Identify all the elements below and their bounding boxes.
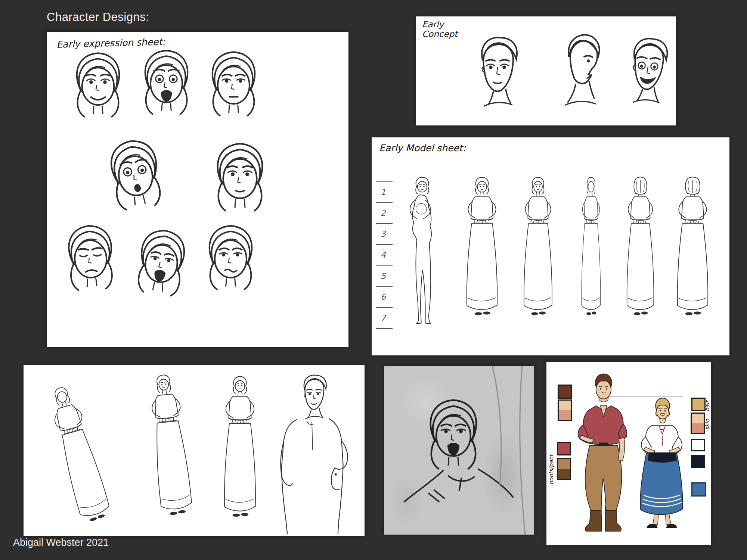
model-sheet-label: Early Model sheet: bbox=[379, 143, 466, 153]
pose-sketch-female-reaching bbox=[18, 374, 144, 548]
ruler-tick bbox=[376, 223, 393, 224]
model-sheet-panel: Early Model sheet: 1 2 3 4 5 6 7 bbox=[372, 137, 729, 355]
ruler-tick bbox=[376, 181, 393, 182]
model-view-profile bbox=[576, 168, 607, 340]
ruler-number-2: 2 bbox=[381, 209, 386, 217]
portfolio-page: Character Designs: Early expression shee… bbox=[0, 0, 747, 560]
expression-sheet-panel: Early expression sheet: bbox=[47, 32, 348, 347]
ruler-tick bbox=[376, 286, 393, 287]
male-head-sketch-laughing bbox=[613, 25, 682, 118]
swatch-female-waist bbox=[691, 455, 705, 468]
swatch-male-boots-pant bbox=[557, 458, 571, 480]
ruler-tick bbox=[376, 244, 393, 245]
face-sketch-excited bbox=[132, 42, 201, 122]
ruler-tick bbox=[376, 307, 393, 308]
artist-signature: Abigail Webster 2021 bbox=[13, 537, 109, 548]
ruler-number-5: 5 bbox=[381, 272, 386, 280]
swatch-female-blouse bbox=[691, 439, 705, 451]
swatch-female-skin-shade bbox=[692, 423, 704, 433]
label-hair: hair bbox=[705, 396, 710, 411]
swatch-male-boot bbox=[558, 469, 570, 479]
swatch-female-skin bbox=[691, 413, 705, 434]
model-view-three-quarter-front bbox=[515, 168, 561, 340]
face-sketch-annoyed bbox=[54, 215, 127, 300]
swatch-male-skin-light bbox=[559, 401, 571, 410]
male-head-sketch-smile bbox=[464, 27, 531, 118]
pose-sheet-panel bbox=[24, 365, 365, 536]
model-view-back bbox=[667, 168, 718, 340]
swatch-male-shirt bbox=[557, 442, 571, 455]
tonal-study-tree-lines bbox=[477, 366, 533, 535]
face-sketch-worried bbox=[199, 44, 268, 124]
label-skin: skin bbox=[705, 415, 710, 430]
ruler-number-6: 6 bbox=[381, 293, 386, 301]
face-sketch-distressed bbox=[121, 216, 202, 309]
swatch-female-skin-light bbox=[692, 414, 704, 423]
face-sketch-smiling bbox=[63, 45, 133, 125]
ruler-number-4: 4 bbox=[381, 251, 386, 259]
swatch-male-skin-shade bbox=[559, 410, 571, 420]
height-ruler: 1 2 3 4 5 6 7 bbox=[376, 181, 396, 329]
ruler-tick bbox=[376, 202, 393, 203]
male-head-sketch-worried-profile bbox=[546, 25, 613, 116]
ruler-tick bbox=[376, 328, 393, 329]
face-sketch-shocked bbox=[92, 124, 178, 224]
swatch-male-hair bbox=[558, 385, 572, 399]
ruler-number-7: 7 bbox=[381, 314, 386, 322]
female-color-design bbox=[629, 392, 697, 536]
early-concept-panel: Early Concept bbox=[416, 16, 676, 125]
ruler-number-1: 1 bbox=[381, 188, 386, 196]
swatch-female-hair bbox=[691, 398, 706, 411]
model-view-front bbox=[457, 168, 507, 340]
label-boots-pant: boots/pant bbox=[549, 455, 554, 485]
pose-sketch-male-gesture bbox=[267, 372, 361, 535]
face-sketch-concerned bbox=[196, 217, 265, 299]
model-view-nude-front bbox=[397, 168, 447, 340]
page-title: Character Designs: bbox=[47, 10, 149, 24]
ruler-number-3: 3 bbox=[381, 230, 386, 238]
color-design-panel: boots/pant hair skin bbox=[546, 362, 711, 545]
face-sketch-calm bbox=[204, 133, 276, 221]
swatch-female-skirt bbox=[691, 482, 706, 497]
swatch-male-skin bbox=[558, 399, 572, 421]
early-concept-label: Early Concept bbox=[422, 19, 463, 39]
tonal-study-panel bbox=[384, 366, 534, 535]
swatch-male-pant bbox=[558, 459, 570, 469]
ruler-tick bbox=[376, 265, 393, 266]
model-view-three-quarter-back bbox=[618, 168, 663, 340]
